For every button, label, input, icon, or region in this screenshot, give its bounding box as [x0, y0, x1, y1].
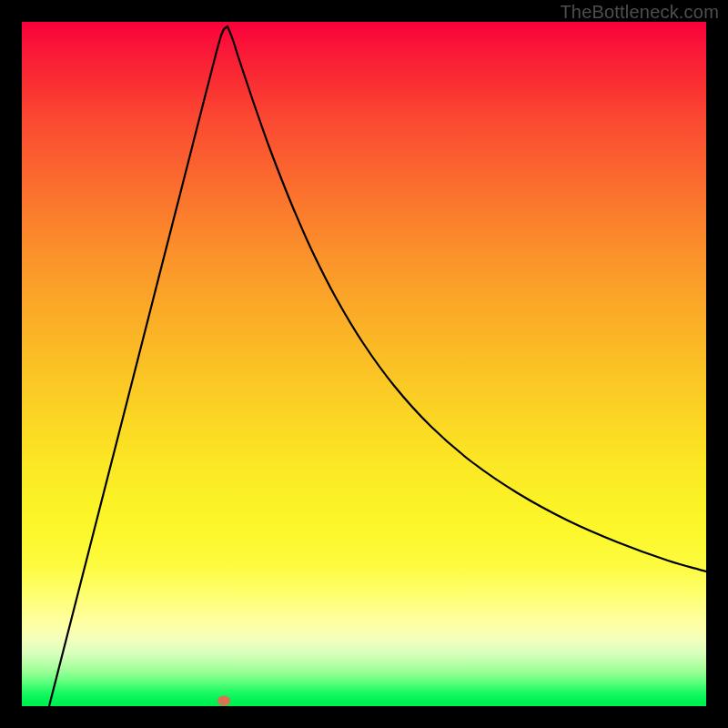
optimum-marker — [217, 696, 230, 706]
plot-area — [22, 22, 706, 706]
watermark-text: TheBottleneck.com — [560, 2, 719, 23]
bottleneck-curve — [22, 22, 706, 706]
curve-path — [49, 26, 706, 706]
